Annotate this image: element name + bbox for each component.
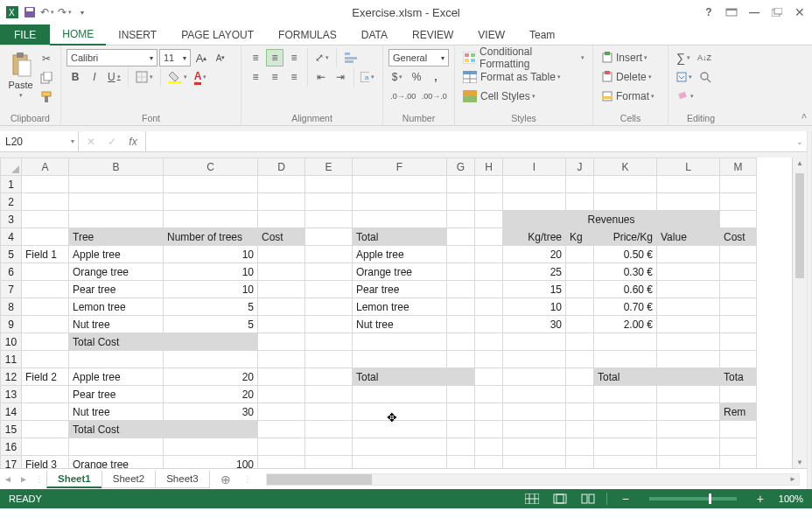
cell-A5[interactable]: Field 1: [22, 246, 69, 263]
cell-K10[interactable]: [594, 333, 657, 351]
qat-customize-icon[interactable]: ▾: [75, 5, 89, 19]
cell-D17[interactable]: [258, 456, 305, 469]
cell-G11[interactable]: [447, 351, 475, 368]
cell-G10[interactable]: [447, 333, 475, 351]
cell-A11[interactable]: [22, 351, 69, 368]
cell-C13[interactable]: 20: [164, 386, 258, 403]
cell-M6[interactable]: [720, 263, 757, 281]
row-header-10[interactable]: 10: [1, 333, 22, 351]
cell-J11[interactable]: [566, 351, 594, 368]
cell-F2[interactable]: [353, 193, 447, 211]
comma-icon[interactable]: ,: [427, 68, 444, 86]
cell-F13[interactable]: [353, 386, 447, 403]
cell-F17[interactable]: [353, 456, 447, 469]
inc-decimal-icon[interactable]: .0→.00: [388, 88, 418, 105]
cell-F14[interactable]: [353, 403, 447, 421]
cell-E16[interactable]: [305, 438, 353, 456]
cell-styles-button[interactable]: Cell Styles: [460, 88, 538, 105]
horizontal-scrollbar[interactable]: ◄ ►: [266, 473, 800, 486]
autosum-icon[interactable]: ∑: [674, 49, 693, 66]
cell-H2[interactable]: [475, 193, 503, 211]
cell-A8[interactable]: [22, 298, 69, 316]
row-header-7[interactable]: 7: [1, 281, 22, 298]
cell-F10[interactable]: [353, 333, 447, 351]
cell-H6[interactable]: [475, 263, 503, 281]
cell-E5[interactable]: [305, 246, 353, 263]
cell-D1[interactable]: [258, 176, 305, 193]
cell-M3[interactable]: [720, 211, 757, 228]
tab-home[interactable]: HOME: [50, 24, 106, 46]
cell-A3[interactable]: [22, 211, 69, 228]
cell-J12[interactable]: [566, 368, 594, 386]
cell-H1[interactable]: [475, 176, 503, 193]
cell-G12[interactable]: [447, 368, 475, 386]
delete-cells-button[interactable]: Delete: [598, 68, 654, 86]
cell-B16[interactable]: [69, 438, 164, 456]
cell-A6[interactable]: [22, 263, 69, 281]
cell-F7[interactable]: Pear tree: [353, 281, 447, 298]
col-header-C[interactable]: C: [164, 158, 258, 176]
format-painter-icon[interactable]: [38, 88, 55, 106]
cell-M16[interactable]: [720, 438, 757, 456]
sheet-tab-Sheet1[interactable]: Sheet1: [46, 471, 102, 488]
cell-A10[interactable]: [22, 333, 69, 351]
cell-H8[interactable]: [475, 298, 503, 316]
cell-B5[interactable]: Apple tree: [69, 246, 164, 263]
cell-F5[interactable]: Apple tree: [353, 246, 447, 263]
cell-I15[interactable]: [503, 421, 566, 438]
cell-D11[interactable]: [258, 351, 305, 368]
cell-E13[interactable]: [305, 386, 353, 403]
cell-I1[interactable]: [503, 176, 566, 193]
cell-C11[interactable]: [164, 351, 258, 368]
sheet-tab-Sheet3[interactable]: Sheet3: [155, 471, 209, 488]
ribbon-options-icon[interactable]: [724, 5, 738, 19]
cell-I2[interactable]: [503, 193, 566, 211]
cell-F9[interactable]: Nut tree: [353, 316, 447, 333]
cell-A9[interactable]: [22, 316, 69, 333]
maximize-icon[interactable]: [770, 5, 784, 19]
find-select-icon[interactable]: [696, 68, 714, 86]
row-header-16[interactable]: 16: [1, 438, 22, 456]
cell-K5[interactable]: 0.50 €: [594, 246, 657, 263]
cell-J15[interactable]: [566, 421, 594, 438]
undo-icon[interactable]: ↶: [40, 5, 54, 19]
orientation-icon[interactable]: ⤢: [312, 49, 332, 66]
tab-insert[interactable]: INSERT: [106, 24, 169, 45]
cell-K11[interactable]: [594, 351, 657, 368]
cell-B17[interactable]: Orange tree: [69, 456, 164, 469]
row-header-14[interactable]: 14: [1, 403, 22, 421]
cell-H11[interactable]: [475, 351, 503, 368]
fx-icon[interactable]: fx: [124, 136, 142, 148]
row-header-3[interactable]: 3: [1, 211, 22, 228]
cell-I4[interactable]: Kg/tree: [503, 228, 566, 246]
zoom-level[interactable]: 100%: [779, 494, 803, 504]
bold-icon[interactable]: B: [66, 68, 84, 86]
borders-icon[interactable]: [133, 68, 156, 86]
cell-A12[interactable]: Field 2: [22, 368, 69, 386]
tab-data[interactable]: DATA: [349, 24, 400, 45]
col-header-J[interactable]: J: [566, 158, 594, 176]
cell-F11[interactable]: [353, 351, 447, 368]
cell-E15[interactable]: [305, 421, 353, 438]
shrink-font-icon[interactable]: A▾: [212, 49, 229, 66]
cell-F16[interactable]: [353, 438, 447, 456]
cell-L13[interactable]: [657, 386, 720, 403]
cell-G3[interactable]: [447, 211, 475, 228]
cell-I11[interactable]: [503, 351, 566, 368]
row-header-1[interactable]: 1: [1, 176, 22, 193]
cell-C1[interactable]: [164, 176, 258, 193]
cell-B3[interactable]: [69, 211, 164, 228]
cell-B12[interactable]: Apple tree: [69, 368, 164, 386]
tab-review[interactable]: REVIEW: [400, 24, 466, 45]
cell-E9[interactable]: [305, 316, 353, 333]
row-header-15[interactable]: 15: [1, 421, 22, 438]
cell-E17[interactable]: [305, 456, 353, 469]
cell-F1[interactable]: [353, 176, 447, 193]
cell-J14[interactable]: [566, 403, 594, 421]
align-bottom-icon[interactable]: ≡: [285, 49, 303, 66]
font-color-icon[interactable]: A: [192, 68, 210, 86]
cell-E10[interactable]: [305, 333, 353, 351]
cell-H5[interactable]: [475, 246, 503, 263]
align-middle-icon[interactable]: ≡: [266, 49, 284, 66]
name-box[interactable]: L20▾: [0, 131, 79, 151]
